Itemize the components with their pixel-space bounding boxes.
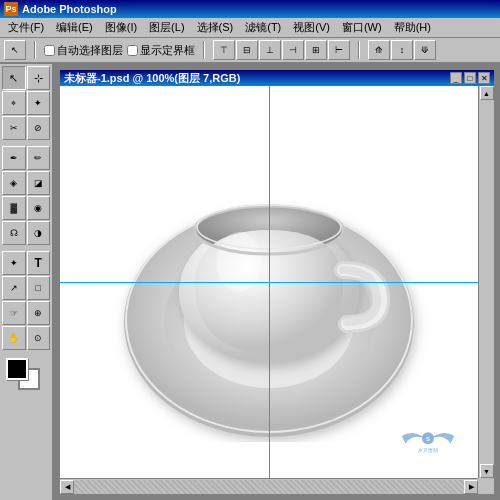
show-bounds-label: 显示定界框	[140, 43, 195, 58]
shape-tool[interactable]: □	[27, 276, 51, 300]
menu-item-窗口w[interactable]: 窗口(W)	[336, 18, 388, 37]
tool-row-11: ✋ ⊙	[2, 326, 50, 350]
watermark-svg: S 岁月唐朝	[398, 416, 458, 456]
crop-tool[interactable]: ✂	[2, 116, 26, 140]
doc-title-bar[interactable]: 未标器-1.psd @ 100%(图层 7,RGB) _ □ ✕	[60, 70, 494, 86]
tool-row-10: ☞ ⊕	[2, 301, 50, 325]
title-bar: Ps Adobe Photoshop	[0, 0, 500, 18]
scroll-up-btn[interactable]: ▲	[480, 86, 494, 100]
align-buttons: ⊤ ⊟ ⊥ ⊣ ⊞ ⊢	[213, 40, 350, 60]
gradient-tool[interactable]: ▓	[2, 196, 26, 220]
dist-bottom-btn[interactable]: ⟱	[414, 40, 436, 60]
canvas-area: 未标器-1.psd @ 100%(图层 7,RGB) _ □ ✕	[54, 64, 500, 500]
document-window: 未标器-1.psd @ 100%(图层 7,RGB) _ □ ✕	[58, 68, 496, 496]
heal-tool[interactable]: ✒	[2, 146, 26, 170]
app-icon: Ps	[4, 2, 18, 16]
cup-illustration	[109, 122, 429, 442]
menu-item-选择s[interactable]: 选择(S)	[191, 18, 240, 37]
dodge-tool[interactable]: ☊	[2, 221, 26, 245]
magic-wand-tool[interactable]: ✦	[27, 91, 51, 115]
tool-row-4: ✒ ✏	[2, 146, 50, 170]
move-tool[interactable]: ↖	[2, 66, 26, 90]
notes-tool[interactable]: ☞	[2, 301, 26, 325]
type-tool[interactable]: T	[27, 251, 51, 275]
toolbox: ↖ ⊹ ⌖ ✦ ✂ ⊘ ✒ ✏ ◈ ◪ ▓ ◉ ☊ ◑ ✦	[0, 64, 54, 500]
align-bottom-btn[interactable]: ⊥	[259, 40, 281, 60]
menu-item-图像i[interactable]: 图像(I)	[99, 18, 143, 37]
doc-minimize-btn[interactable]: _	[450, 72, 462, 84]
auto-select-checkbox[interactable]	[44, 45, 55, 56]
tool-row-7: ☊ ◑	[2, 221, 50, 245]
main-area: ↖ ⊹ ⌖ ✦ ✂ ⊘ ✒ ✏ ◈ ◪ ▓ ◉ ☊ ◑ ✦	[0, 64, 500, 500]
align-vcenter-btn[interactable]: ⊟	[236, 40, 258, 60]
tool-row-3: ✂ ⊘	[2, 116, 50, 140]
menu-item-图层l[interactable]: 图层(L)	[143, 18, 190, 37]
pen-tool[interactable]: ✦	[2, 251, 26, 275]
options-bar: ↖ 自动选择图层 显示定界框 ⊤ ⊟ ⊥ ⊣ ⊞ ⊢ ⟰ ↕ ⟱	[0, 38, 500, 64]
svg-point-6	[217, 232, 261, 292]
zoom-tool[interactable]: ⊙	[27, 326, 51, 350]
doc-title: 未标器-1.psd @ 100%(图层 7,RGB)	[64, 71, 240, 86]
doc-close-btn[interactable]: ✕	[478, 72, 490, 84]
scroll-down-btn[interactable]: ▼	[480, 464, 494, 478]
show-bounds-checkbox[interactable]	[127, 45, 138, 56]
auto-select-group: 自动选择图层	[44, 43, 123, 58]
menu-item-视图v[interactable]: 视图(V)	[287, 18, 336, 37]
menu-bar: 文件(F)编辑(E)图像(I)图层(L)选择(S)滤镜(T)视图(V)窗口(W)…	[0, 18, 500, 38]
dist-vcenter-btn[interactable]: ↕	[391, 40, 413, 60]
tool-row-6: ▓ ◉	[2, 196, 50, 220]
scroll-right-btn[interactable]: ▶	[464, 480, 478, 494]
svg-text:S: S	[426, 436, 430, 442]
slice-tool[interactable]: ⊘	[27, 116, 51, 140]
divider-3	[358, 41, 360, 59]
move-tool-option[interactable]: ↖	[4, 40, 26, 60]
app-title: Adobe Photoshop	[22, 3, 117, 15]
distribute-buttons: ⟰ ↕ ⟱	[368, 40, 436, 60]
doc-window-controls: _ □ ✕	[450, 72, 490, 84]
h-scroll-track[interactable]	[74, 480, 464, 494]
hand-tool[interactable]: ✋	[2, 326, 26, 350]
watermark: S 岁月唐朝	[398, 416, 458, 458]
v-scrollbar[interactable]: ▲ ▼	[478, 86, 494, 478]
lasso-tool[interactable]: ⌖	[2, 91, 26, 115]
tool-row-1: ↖ ⊹	[2, 66, 50, 90]
menu-item-文件f[interactable]: 文件(F)	[2, 18, 50, 37]
burn-tool[interactable]: ◑	[27, 221, 51, 245]
watermark-text: 岁月唐朝	[418, 447, 438, 453]
fg-color[interactable]	[6, 358, 28, 380]
marquee-tool[interactable]: ⊹	[27, 66, 51, 90]
menu-item-编辑e[interactable]: 编辑(E)	[50, 18, 99, 37]
h-scrollbar[interactable]: ◀ ▶	[60, 478, 478, 494]
dist-top-btn[interactable]: ⟰	[368, 40, 390, 60]
clone-tool[interactable]: ◈	[2, 171, 26, 195]
align-left-btn[interactable]: ⊣	[282, 40, 304, 60]
show-bounds-group: 显示定界框	[127, 43, 195, 58]
divider-2	[203, 41, 205, 59]
tool-row-2: ⌖ ✦	[2, 91, 50, 115]
doc-maximize-btn[interactable]: □	[464, 72, 476, 84]
tool-row-5: ◈ ◪	[2, 171, 50, 195]
scroll-left-btn[interactable]: ◀	[60, 480, 74, 494]
blur-tool[interactable]: ◉	[27, 196, 51, 220]
align-right-btn[interactable]: ⊢	[328, 40, 350, 60]
menu-item-滤镜t[interactable]: 滤镜(T)	[239, 18, 287, 37]
eraser-tool[interactable]: ◪	[27, 171, 51, 195]
align-hcenter-btn[interactable]: ⊞	[305, 40, 327, 60]
canvas-viewport: S 岁月唐朝	[60, 86, 478, 478]
tool-row-9: ↗ □	[2, 276, 50, 300]
brush-tool[interactable]: ✏	[27, 146, 51, 170]
auto-select-label: 自动选择图层	[57, 43, 123, 58]
path-select-tool[interactable]: ↗	[2, 276, 26, 300]
menu-item-帮助h[interactable]: 帮助(H)	[388, 18, 437, 37]
divider-1	[34, 41, 36, 59]
color-swatch[interactable]	[2, 358, 52, 390]
eyedropper-tool[interactable]: ⊕	[27, 301, 51, 325]
tool-row-8: ✦ T	[2, 251, 50, 275]
align-top-btn[interactable]: ⊤	[213, 40, 235, 60]
